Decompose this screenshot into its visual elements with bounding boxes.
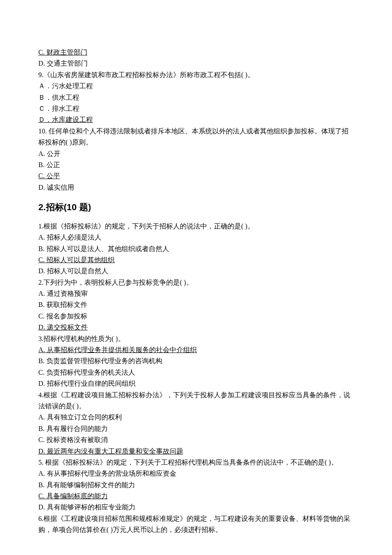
section2.lines-line: A. 具有独立订立合同的权利 (38, 412, 354, 423)
section2.lines-line: C. 报名参加投标 (38, 311, 354, 322)
section2.lines-line: D. 招标代理行业自律的民间组织 (38, 378, 354, 389)
section2.lines-line: C. 负责招标代理业务的机关法人 (38, 367, 354, 378)
lines-line: C. 财政主管部门 (38, 47, 354, 58)
section2.lines-line: A. 通过资格预审 (38, 288, 354, 299)
lines-line: B. 公正 (38, 159, 354, 171)
section2.lines-line: A. 从事招标代理业务并提供相关服务的社会中介组织 (38, 344, 354, 356)
section2.lines-line: C. 投标资格没有被取消 (38, 434, 354, 445)
lines-line: D. 诚实信用 (38, 182, 354, 193)
question-block-2: 1.根据《招标投标法》的规定，下列关于招标人的说法中，正确的是( )。A. 招标… (38, 221, 354, 536)
lines-line: C. 公平 (38, 171, 354, 182)
section2.lines-line: 4.根据《工程建设项目施工招标投标办法》，下列关于投标人参加工程建设项目投标应当… (38, 390, 354, 412)
section2.lines-line: B. 具有能够编制招标文件的能力 (38, 480, 354, 491)
section2.lines-line: B. 招标人可以是法人、其他组织或者自然人 (38, 243, 354, 254)
section2.lines-line: 1.根据《招标投标法》的规定，下列关于招标人的说法中，正确的是( )。 (38, 221, 354, 232)
section2.lines-line: B. 具有履行合同的能力 (38, 423, 354, 434)
lines-line: 10. 任何单位和个人不得违法限制或者排斥本地区、本系统以外的法人或者其他组织参… (38, 126, 354, 148)
section2.lines-line: B. 负责监督管理招标代理业务的咨询机构 (38, 356, 354, 367)
question-block-1: C. 财政主管部门D. 交通主管部门9.《山东省房屋建筑和市政工程招标投标办法》… (38, 47, 354, 193)
lines-line: Ａ．污水处理工程 (38, 81, 354, 92)
page-number: 2 (0, 523, 392, 534)
section2.lines-line: 5. 根据《招标投标法》的规定，下列关于工程招标代理机构应当具备条件的说法中，不… (38, 457, 354, 468)
section2.lines-line: C. 招标人可以是其他组织 (38, 254, 354, 266)
section2.lines-line: A. 有从事招标代理业务的营业场所和相应资金 (38, 468, 354, 479)
lines-line: Ｃ．排水工程 (38, 103, 354, 114)
lines-line: 9.《山东省房屋建筑和市政工程招标投标办法》所称市政工程不包括( )。 (38, 69, 354, 81)
section2.lines-line: B. 获取招标文件 (38, 299, 354, 310)
lines-line: Ｂ．供水工程 (38, 92, 354, 103)
lines-line: Ｄ．水库建设工程 (38, 114, 354, 125)
section2.lines-line: D. 最近两年内没有重大工程质量和安全事故问题 (38, 446, 354, 457)
section2.lines-line: 2.下列行为中，表明投标人已参与投标竞争的是( )。 (38, 277, 354, 288)
section2.lines-line: A. 招标人必须是法人 (38, 232, 354, 243)
section2.lines-line: C. 具备编制标底的能力 (38, 491, 354, 502)
section-2-heading: 2.招标(10 题) (38, 200, 354, 215)
lines-line: A. 公开 (38, 148, 354, 159)
section2.lines-line: D. 招标人可以是自然人 (38, 266, 354, 277)
section2.lines-line: D. 递交投标文件 (38, 322, 354, 333)
section2.lines-line: 3.招标代理机构的性质为( )。 (38, 333, 354, 344)
section2.lines-line: D. 具有能够评标的相应专业能力 (38, 502, 354, 513)
lines-line: D. 交通主管部门 (38, 58, 354, 69)
